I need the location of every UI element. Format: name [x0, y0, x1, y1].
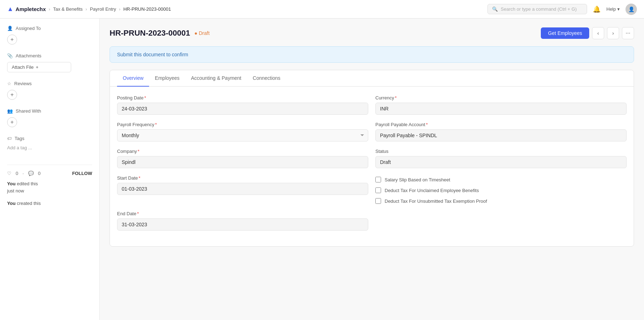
star-icon: ☆: [7, 81, 11, 86]
comment-icon[interactable]: 💬: [28, 171, 34, 176]
attach-file-button[interactable]: Attach File +: [7, 62, 71, 72]
payroll-frequency-select[interactable]: Monthly Weekly Biweekly: [117, 129, 368, 141]
notification-bell-icon[interactable]: 🔔: [593, 5, 601, 13]
assigned-to-title: 👤 Assigned To: [7, 26, 92, 31]
company-group: Company*: [117, 149, 368, 168]
reviews-label: Reviews: [14, 81, 32, 86]
company-input[interactable]: [117, 156, 368, 168]
tab-connections[interactable]: Connections: [247, 70, 286, 87]
nav-left: ▲ Ampletechx › Tax & Benefits › Payroll …: [7, 5, 171, 13]
people-icon: 👥: [7, 108, 13, 114]
form-row-5: End Date*: [117, 211, 627, 231]
likes-count: 0: [16, 171, 18, 176]
salary-slip-timesheet-checkbox[interactable]: [375, 177, 381, 182]
form-row-3: Company* Status: [117, 149, 627, 168]
breadcrumb-item-tax[interactable]: Tax & Benefits: [53, 6, 83, 12]
help-button[interactable]: Help ▾: [606, 6, 620, 12]
user-avatar[interactable]: 👤: [625, 4, 637, 15]
next-nav-button[interactable]: ›: [607, 27, 619, 39]
top-navigation: ▲ Ampletechx › Tax & Benefits › Payroll …: [0, 0, 644, 19]
page-title-group: HR-PRUN-2023-00001 ● Draft: [110, 29, 210, 38]
form-row-2: Payroll Frequency* Monthly Weekly Biweek…: [117, 122, 627, 141]
add-shared-button[interactable]: +: [7, 117, 17, 127]
posting-date-input[interactable]: [117, 103, 368, 115]
currency-group: Currency*: [375, 95, 627, 115]
like-comment-bar: ♡ 0 · 💬 0 FOLLOW: [7, 171, 92, 176]
form-row-4: Start Date* Salary Slip Based on Timeshe…: [117, 175, 627, 204]
checkbox-unsubmitted: Deduct Tax For Unsubmitted Tax Exemption…: [375, 198, 627, 204]
search-bar[interactable]: 🔍 Search or type a command (Ctrl + G): [487, 4, 587, 14]
currency-input[interactable]: [375, 103, 627, 115]
assigned-to-label: Assigned To: [16, 26, 41, 31]
help-label: Help: [606, 6, 616, 12]
dot-separator: ·: [22, 171, 24, 176]
end-date-label: End Date*: [117, 211, 368, 216]
person-icon: 👤: [7, 26, 13, 31]
reviews-section: ☆ Reviews +: [7, 81, 92, 100]
payroll-payable-account-input[interactable]: [375, 129, 627, 141]
add-assigned-button[interactable]: +: [7, 35, 17, 45]
attach-plus-icon: +: [36, 64, 38, 70]
start-date-input[interactable]: [117, 183, 368, 195]
nav-right: 🔍 Search or type a command (Ctrl + G) 🔔 …: [487, 4, 637, 15]
start-date-group: Start Date*: [117, 175, 368, 195]
activity-2: You created this: [7, 200, 92, 207]
attachments-section: 📎 Attachments Attach File +: [7, 53, 92, 72]
shared-with-section: 👥 Shared With +: [7, 108, 92, 127]
posting-date-group: Posting Date*: [117, 95, 368, 115]
status-group: Status: [375, 149, 627, 168]
get-employees-button[interactable]: Get Employees: [541, 27, 589, 39]
sidebar: 👤 Assigned To + 📎 Attachments Attach Fil…: [0, 19, 100, 320]
payroll-payable-account-group: Payroll Payable Account*: [375, 122, 627, 141]
add-review-button[interactable]: +: [7, 90, 17, 100]
checkbox-group: Salary Slip Based on Timesheet Deduct Ta…: [375, 175, 627, 204]
add-tag-label[interactable]: Add a tag ...: [7, 145, 32, 150]
avatar-icon: 👤: [628, 6, 634, 12]
status-dot: ●: [194, 30, 197, 36]
breadcrumb-item-payroll[interactable]: Payroll Entry: [90, 6, 116, 12]
page-header: HR-PRUN-2023-00001 ● Draft Get Employees…: [110, 27, 634, 39]
help-chevron-icon: ▾: [617, 6, 620, 12]
checkbox-unclaimed: Deduct Tax For Unclaimed Employee Benefi…: [375, 187, 627, 193]
more-options-button[interactable]: ···: [622, 27, 634, 39]
deduct-unclaimed-label: Deduct Tax For Unclaimed Employee Benefi…: [385, 188, 479, 193]
tab-accounting[interactable]: Accounting & Payment: [185, 70, 247, 87]
payroll-frequency-label: Payroll Frequency*: [117, 122, 368, 127]
tab-overview[interactable]: Overview: [117, 70, 149, 87]
logo-icon: ▲: [7, 5, 14, 13]
breadcrumb-sep-1: ›: [49, 6, 50, 12]
end-date-input[interactable]: [117, 218, 368, 231]
attachments-title: 📎 Attachments: [7, 53, 92, 58]
deduct-unsubmitted-checkbox[interactable]: [375, 198, 381, 204]
app-logo[interactable]: ▲ Ampletechx: [7, 5, 46, 13]
payroll-payable-account-label: Payroll Payable Account*: [375, 122, 627, 127]
status-text: Draft: [199, 30, 210, 36]
posting-date-label: Posting Date*: [117, 95, 368, 100]
follow-button[interactable]: FOLLOW: [72, 171, 92, 176]
form-row-1: Posting Date* Currency*: [117, 95, 627, 115]
company-label: Company*: [117, 149, 368, 154]
banner-message: Submit this document to confirm: [117, 52, 188, 57]
status-label: Status: [375, 149, 627, 154]
tags-label: Tags: [15, 136, 24, 141]
sidebar-bottom: ♡ 0 · 💬 0 FOLLOW You edited thisjust now…: [7, 165, 92, 207]
main-content: HR-PRUN-2023-00001 ● Draft Get Employees…: [100, 19, 644, 320]
prev-nav-button[interactable]: ‹: [592, 27, 604, 39]
breadcrumb-sep-2: ›: [85, 6, 87, 12]
deduct-unsubmitted-label: Deduct Tax For Unsubmitted Tax Exemption…: [385, 198, 487, 204]
main-layout: 👤 Assigned To + 📎 Attachments Attach Fil…: [0, 19, 644, 320]
heart-icon[interactable]: ♡: [7, 171, 11, 176]
reviews-title: ☆ Reviews: [7, 81, 92, 86]
currency-label: Currency*: [375, 95, 627, 100]
activity-1: You edited thisjust now: [7, 180, 92, 194]
app-name: Ampletechx: [16, 6, 46, 12]
shared-with-title: 👥 Shared With: [7, 108, 92, 114]
paperclip-icon: 📎: [7, 53, 13, 58]
breadcrumb-current: HR-PRUN-2023-00001: [123, 6, 171, 12]
deduct-unclaimed-checkbox[interactable]: [375, 187, 381, 193]
checkbox-timesheet: Salary Slip Based on Timesheet: [375, 177, 627, 182]
tab-employees[interactable]: Employees: [149, 70, 185, 87]
shared-with-label: Shared With: [16, 108, 41, 114]
tab-bar: Overview Employees Accounting & Payment …: [110, 70, 634, 87]
form-body: Posting Date* Currency*: [110, 87, 634, 246]
